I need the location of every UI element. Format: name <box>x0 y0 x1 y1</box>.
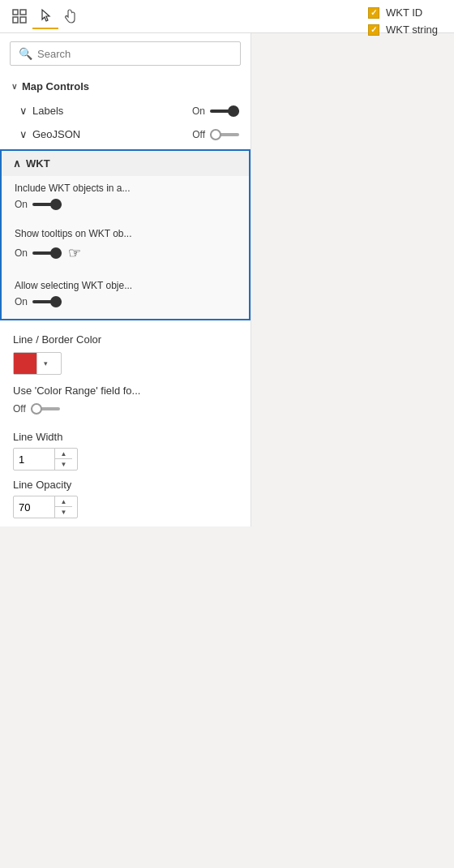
line-opacity-down[interactable]: ▼ <box>55 507 72 518</box>
geojson-toggle[interactable] <box>210 129 239 140</box>
line-opacity-label: Line Opacity <box>13 479 238 491</box>
map-controls-label: Map Controls <box>22 80 89 92</box>
left-panel: 🔍 ∨ Map Controls ∨ Labels On <box>0 33 251 526</box>
wkt-string-checkbox[interactable] <box>368 24 379 36</box>
wkt-section: ∧ WKT Include WKT objects in a... On Sho… <box>0 149 251 320</box>
wkt-toggle-2[interactable]: On ☞ <box>15 243 236 270</box>
wkt-toggle-2-switch[interactable] <box>32 247 62 259</box>
grid-icon[interactable] <box>6 3 32 29</box>
wkt-setting-2: Show tooltips on WKT ob... On ☞ <box>2 221 249 273</box>
line-opacity-input[interactable] <box>14 498 54 517</box>
wkt-chevron: ∧ <box>13 157 21 170</box>
wkt-toggle-1-switch[interactable] <box>32 199 62 210</box>
line-opacity-section: Line Opacity ▲ ▼ <box>0 479 251 526</box>
wkt-toggle-1[interactable]: On <box>15 197 236 218</box>
line-width-label: Line Width <box>13 431 238 443</box>
line-opacity-spinners: ▲ ▼ <box>54 496 72 518</box>
search-icon: 🔍 <box>19 47 32 60</box>
search-box: 🔍 <box>10 41 241 66</box>
line-width-spinners: ▲ ▼ <box>54 449 72 470</box>
wkt-toggle-3[interactable]: On <box>15 294 236 316</box>
wkt-id-item: WKT ID <box>368 6 438 19</box>
labels-chevron: ∨ <box>19 105 28 117</box>
color-range-toggle-switch[interactable] <box>31 403 60 415</box>
svg-rect-0 <box>13 10 18 15</box>
geojson-chevron: ∨ <box>19 128 28 140</box>
search-input[interactable] <box>37 48 232 60</box>
line-border-color-label: Line / Border Color <box>13 333 238 346</box>
wkt-label: WKT <box>26 157 50 170</box>
line-width-down[interactable]: ▼ <box>55 459 72 470</box>
line-opacity-input-wrap: ▲ ▼ <box>13 496 78 518</box>
wkt-setting-3: Allow selecting WKT obje... On <box>2 273 249 319</box>
svg-rect-3 <box>20 17 26 23</box>
geojson-toggle-wrap[interactable]: Off <box>192 129 239 140</box>
wkt-toggle-3-switch[interactable] <box>32 296 62 307</box>
labels-toggle-label: On <box>192 105 205 117</box>
geojson-label: GeoJSON <box>32 128 80 140</box>
geojson-row: ∨ GeoJSON Off <box>0 122 251 146</box>
line-width-up[interactable]: ▲ <box>55 449 72 459</box>
color-picker-button[interactable]: ▾ <box>13 352 62 375</box>
hand-icon[interactable] <box>58 3 84 29</box>
map-controls-header[interactable]: ∨ Map Controls <box>0 74 251 99</box>
cursor-icon[interactable] <box>32 3 58 29</box>
line-width-input-wrap: ▲ ▼ <box>13 448 78 471</box>
color-swatch <box>14 353 36 374</box>
map-controls-chevron: ∨ <box>11 82 17 91</box>
labels-toggle-wrap[interactable]: On <box>192 105 239 117</box>
wkt-setting-1: Include WKT objects in a... On <box>2 176 249 221</box>
wkt-setting-3-label: Allow selecting WKT obje... <box>15 280 236 291</box>
wkt-setting-1-label: Include WKT objects in a... <box>15 183 236 194</box>
cursor-indicator: ☞ <box>68 244 81 262</box>
color-range-toggle-label: Off <box>13 403 26 415</box>
line-border-color-section: Line / Border Color ▾ <box>0 324 251 385</box>
geojson-toggle-label: Off <box>192 129 205 140</box>
line-width-section: Line Width ▲ ▼ <box>0 431 251 479</box>
svg-rect-1 <box>13 17 18 23</box>
wkt-id-checkbox[interactable] <box>368 7 379 19</box>
wkt-toggle-1-label: On <box>15 199 28 210</box>
color-dropdown-arrow[interactable]: ▾ <box>36 353 54 374</box>
wkt-toggle-2-label: On <box>15 247 28 259</box>
wkt-header[interactable]: ∧ WKT <box>2 151 249 176</box>
color-range-label: Use 'Color Range' field fo... <box>13 385 238 397</box>
labels-row: ∨ Labels On <box>0 99 251 122</box>
line-opacity-up[interactable]: ▲ <box>55 496 72 507</box>
labels-toggle[interactable] <box>210 105 239 117</box>
color-range-section: Use 'Color Range' field fo... Off <box>0 385 251 431</box>
wkt-string-item: WKT string <box>368 24 438 36</box>
wkt-id-label: WKT ID <box>386 6 422 19</box>
top-bar: WKT ID WKT string <box>0 0 454 33</box>
main-panel: 🔍 ∨ Map Controls ∨ Labels On <box>0 33 454 526</box>
right-panel: WKT ID WKT string <box>368 6 438 36</box>
wkt-setting-2-label: Show tooltips on WKT ob... <box>15 228 236 239</box>
line-width-input[interactable] <box>14 450 54 469</box>
labels-label: Labels <box>32 105 63 117</box>
color-range-toggle[interactable]: Off <box>13 402 238 423</box>
wkt-string-label: WKT string <box>386 24 438 36</box>
svg-rect-2 <box>20 10 26 15</box>
wkt-toggle-3-label: On <box>15 296 28 307</box>
